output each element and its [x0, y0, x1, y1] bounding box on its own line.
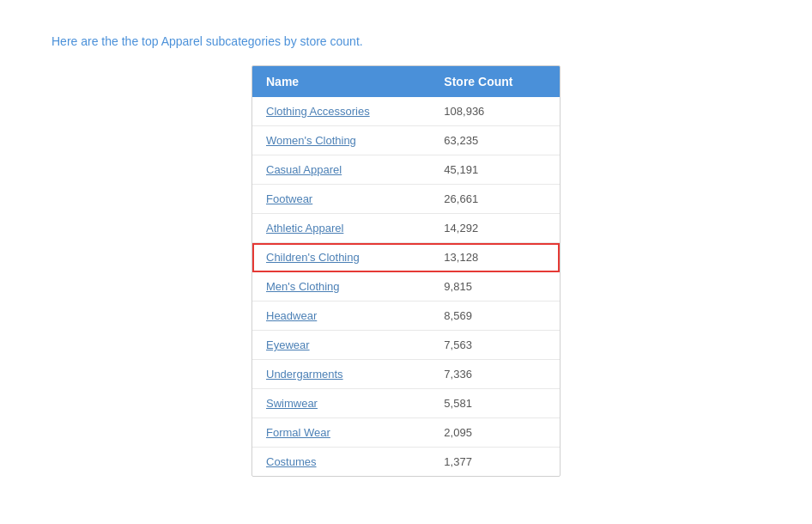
row-count-cell: 2,095: [427, 418, 560, 448]
row-name-cell[interactable]: Footwear: [252, 185, 427, 214]
row-name-cell[interactable]: Children's Clothing: [252, 243, 427, 272]
row-name-link[interactable]: Children's Clothing: [266, 251, 360, 264]
row-name-link[interactable]: Casual Apparel: [266, 163, 342, 176]
row-count-cell: 14,292: [427, 214, 560, 243]
table-header-row: Name Store Count: [252, 66, 560, 97]
row-count-cell: 26,661: [427, 185, 560, 214]
row-name-link[interactable]: Headwear: [266, 309, 317, 322]
table-row: Athletic Apparel14,292: [252, 214, 560, 243]
table-row: Footwear26,661: [252, 185, 560, 214]
table-row: Formal Wear2,095: [252, 418, 560, 448]
intro-text: Here are the the top Apparel subcategori…: [52, 34, 760, 48]
row-count-cell: 63,235: [427, 126, 560, 155]
row-name-link[interactable]: Formal Wear: [266, 426, 330, 439]
row-count-cell: 7,336: [427, 360, 560, 389]
table-row: Swimwear5,581: [252, 389, 560, 418]
row-name-cell[interactable]: Women's Clothing: [252, 126, 427, 155]
table-row: Clothing Accessories108,936: [252, 97, 560, 126]
row-count-cell: 7,563: [427, 331, 560, 360]
row-name-cell[interactable]: Undergarments: [252, 360, 427, 389]
row-name-cell[interactable]: Formal Wear: [252, 418, 427, 448]
row-count-cell: 108,936: [427, 97, 560, 126]
row-name-link[interactable]: Athletic Apparel: [266, 222, 343, 235]
row-name-link[interactable]: Costumes: [266, 455, 317, 468]
row-name-link[interactable]: Swimwear: [266, 397, 318, 410]
data-table: Name Store Count Clothing Accessories108…: [252, 66, 560, 476]
row-name-link[interactable]: Eyewear: [266, 338, 310, 351]
table-row: Women's Clothing63,235: [252, 126, 560, 155]
row-name-cell[interactable]: Casual Apparel: [252, 155, 427, 185]
row-name-cell[interactable]: Athletic Apparel: [252, 214, 427, 243]
row-name-link[interactable]: Clothing Accessories: [266, 105, 370, 118]
table-body: Clothing Accessories108,936Women's Cloth…: [252, 97, 560, 476]
table-wrapper: Name Store Count Clothing Accessories108…: [251, 65, 561, 477]
row-count-cell: 8,569: [427, 302, 560, 331]
row-count-cell: 45,191: [427, 155, 560, 185]
table-row: Costumes1,377: [252, 448, 560, 477]
row-count-cell: 9,815: [427, 272, 560, 302]
header-name: Name: [252, 66, 427, 97]
table-row: Children's Clothing13,128: [252, 243, 560, 272]
row-name-cell[interactable]: Men's Clothing: [252, 272, 427, 302]
table-row: Eyewear7,563: [252, 331, 560, 360]
row-name-cell[interactable]: Clothing Accessories: [252, 97, 427, 126]
page-container: Here are the the top Apparel subcategori…: [17, 17, 795, 494]
row-name-link[interactable]: Men's Clothing: [266, 280, 340, 293]
row-name-cell[interactable]: Costumes: [252, 448, 427, 477]
row-name-cell[interactable]: Swimwear: [252, 389, 427, 418]
row-name-cell[interactable]: Eyewear: [252, 331, 427, 360]
row-name-link[interactable]: Undergarments: [266, 368, 343, 381]
table-row: Undergarments7,336: [252, 360, 560, 389]
table-row: Casual Apparel45,191: [252, 155, 560, 185]
row-name-cell[interactable]: Headwear: [252, 302, 427, 331]
row-count-cell: 1,377: [427, 448, 560, 477]
header-store-count: Store Count: [427, 66, 560, 97]
row-name-link[interactable]: Footwear: [266, 192, 312, 205]
table-row: Men's Clothing9,815: [252, 272, 560, 302]
table-row: Headwear8,569: [252, 302, 560, 331]
row-count-cell: 13,128: [427, 243, 560, 272]
row-name-link[interactable]: Women's Clothing: [266, 134, 356, 147]
row-count-cell: 5,581: [427, 389, 560, 418]
